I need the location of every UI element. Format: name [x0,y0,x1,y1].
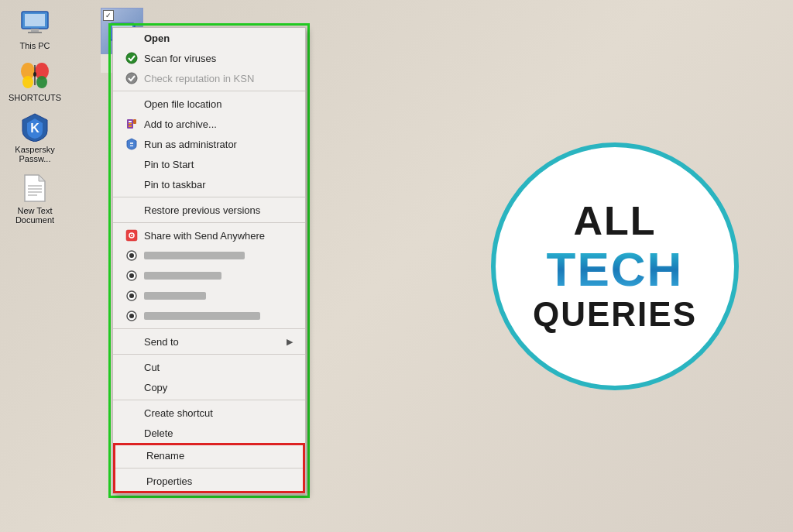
desktop-icon-new-text[interactable]: New Text Document [8,173,62,225]
this-pc-label: This PC [19,41,50,50]
kaspersky-icon: K [19,112,50,142]
blurred-text-1 [144,252,245,259]
menu-item-open[interactable]: Open [113,28,305,48]
separator-4 [113,328,305,329]
svg-rect-30 [129,144,134,146]
blurred-text-2 [144,272,221,280]
rename-icon [128,449,140,462]
send-to-icon [125,335,138,348]
shortcut-icon [125,407,138,419]
blurred-text-4 [144,312,260,320]
menu-item-send-to[interactable]: Send to ▶ [113,331,305,352]
svg-point-33 [131,235,132,236]
desktop: This PC SHORTCUTS K [0,0,793,532]
pin-taskbar-icon [125,178,138,190]
svg-rect-2 [31,29,39,32]
copy-icon [125,381,138,393]
svg-point-22 [126,73,137,84]
radio-1-icon [125,249,138,262]
svg-rect-3 [28,32,42,33]
shield-admin-icon [125,138,138,150]
menu-item-properties[interactable]: Properties [115,471,303,491]
menu-item-open-file-location[interactable]: Open file location [113,94,305,114]
desktop-icon-this-pc[interactable]: This PC [8,8,62,50]
context-menu: Open Scan for viruses [112,27,306,494]
folder-icon [125,98,138,110]
svg-point-9 [33,72,36,77]
pin-start-icon [125,158,138,170]
document-icon [19,173,50,204]
separator-7 [115,468,303,469]
menu-item-restore-versions[interactable]: Restore previous versions [113,200,305,220]
radio-2-icon [125,269,138,282]
send-anywhere-icon [125,229,138,242]
svg-point-39 [129,293,134,298]
menu-item-cut[interactable]: Cut [113,357,305,377]
send-to-arrow: ▶ [287,337,293,347]
svg-point-35 [129,253,134,258]
menu-item-pin-start[interactable]: Pin to Start [113,154,305,174]
radio-3-icon [125,290,138,302]
desktop-icons: This PC SHORTCUTS K [8,8,62,225]
svg-rect-1 [25,14,45,26]
winrar-icon [125,118,138,130]
logo-circle: ALL TECH QUERIES [491,142,739,390]
separator-3 [113,222,305,223]
menu-item-delete[interactable]: Delete [113,423,305,443]
svg-rect-27 [129,125,132,125]
butterfly-icon [19,60,50,91]
desktop-icon-shortcuts[interactable]: SHORTCUTS [8,60,62,102]
restore-icon [125,204,138,216]
kaspersky-scan-icon [125,52,138,64]
svg-rect-25 [129,121,132,122]
kaspersky-label: Kaspersky Passw... [8,145,62,163]
logo-queries-text: QUERIES [533,296,697,333]
monitor-icon [19,8,50,39]
logo-section: ALL TECH QUERIES [483,135,747,398]
menu-item-run-as-admin[interactable]: Run as administrator [113,134,305,154]
menu-item-create-shortcut[interactable]: Create shortcut [113,403,305,423]
open-icon [125,32,138,44]
menu-item-copy[interactable]: Copy [113,377,305,397]
green-border: Open Scan for viruses [108,23,310,498]
kaspersky-reputation-icon [125,72,138,84]
logo-all-text: ALL [533,199,697,243]
menu-item-blurred-4[interactable] [113,306,305,326]
desktop-icon-kaspersky[interactable]: K Kaspersky Passw... [8,112,62,163]
menu-item-scan-viruses[interactable]: Scan for viruses [113,48,305,68]
svg-text:K: K [30,122,39,135]
svg-rect-26 [129,123,132,124]
svg-rect-28 [129,126,132,127]
red-border-section: Rename Properties [113,443,305,493]
menu-item-blurred-1[interactable] [113,245,305,266]
svg-point-7 [36,76,47,88]
radio-4-icon [125,310,138,322]
separator-2 [113,197,305,197]
svg-point-37 [129,273,134,278]
menu-item-share-send[interactable]: Share with Send Anywhere [113,225,305,245]
properties-icon [128,475,140,487]
svg-point-41 [129,314,134,318]
cut-icon [125,361,138,373]
blurred-text-3 [144,292,206,300]
menu-item-check-reputation[interactable]: Check reputation in KSN [113,68,305,88]
svg-point-6 [22,76,33,88]
shortcuts-label: SHORTCUTS [9,93,61,102]
new-text-label: New Text Document [8,206,62,225]
svg-rect-24 [133,119,136,124]
logo-text: ALL TECH QUERIES [533,199,697,334]
menu-item-pin-taskbar[interactable]: Pin to taskbar [113,174,305,194]
separator-1 [113,91,305,91]
menu-item-blurred-2[interactable] [113,266,305,286]
logo-tech-text: TECH [533,243,697,296]
menu-item-blurred-3[interactable] [113,286,305,306]
svg-point-21 [126,53,137,63]
delete-icon [125,427,138,439]
separator-5 [113,354,305,355]
menu-item-add-archive[interactable]: Add to archive... [113,114,305,134]
separator-6 [113,400,305,400]
menu-item-rename[interactable]: Rename [115,445,303,465]
context-menu-wrapper: Open Scan for viruses [108,23,310,498]
